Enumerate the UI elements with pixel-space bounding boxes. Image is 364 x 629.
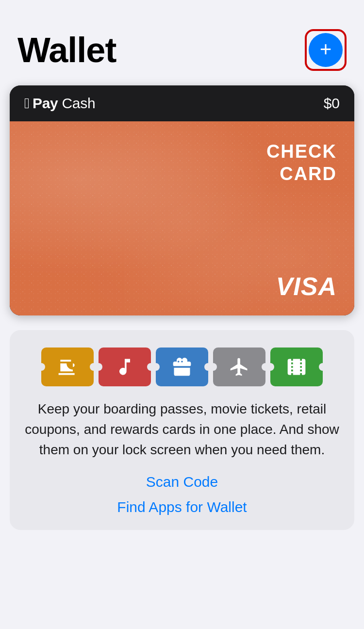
movie-icon (286, 356, 307, 378)
visa-card[interactable]: CHECK CARD VISA (10, 121, 354, 315)
passes-description: Keep your boarding passes, movie tickets… (24, 399, 340, 460)
page-title: Wallet (17, 30, 116, 70)
pay-bold: Pay (33, 95, 58, 111)
apple-pay-header:  Pay Cash $0 (10, 85, 354, 121)
find-apps-link[interactable]: Find Apps for Wallet (24, 499, 340, 515)
add-card-button[interactable]: + (309, 33, 343, 67)
flight-icon (229, 356, 250, 378)
check-card-text: CHECK CARD (266, 141, 337, 185)
pass-icons-row (24, 348, 340, 386)
apple-icon:  (24, 96, 30, 111)
coffee-icon (57, 356, 78, 378)
movie-pass-icon (270, 348, 323, 386)
gift-pass-icon (156, 348, 208, 386)
wallet-card-container[interactable]:  Pay Cash $0 CHECK CARD VISA (10, 85, 354, 315)
apple-pay-logo:  Pay Cash (24, 95, 95, 112)
music-icon (114, 356, 135, 378)
plus-icon: + (320, 39, 332, 60)
gift-icon (171, 356, 193, 378)
apple-pay-label: Pay Cash (33, 95, 95, 112)
music-pass-icon (99, 348, 151, 386)
coffee-pass-icon (41, 348, 94, 386)
flight-pass-icon (213, 348, 265, 386)
balance-amount: $0 (324, 95, 340, 112)
add-button-highlight: + (305, 29, 347, 71)
scan-code-link[interactable]: Scan Code (24, 474, 340, 490)
passes-section: Keep your boarding passes, movie tickets… (10, 330, 354, 530)
page-header: Wallet + (0, 0, 364, 81)
visa-network: VISA (276, 272, 337, 301)
